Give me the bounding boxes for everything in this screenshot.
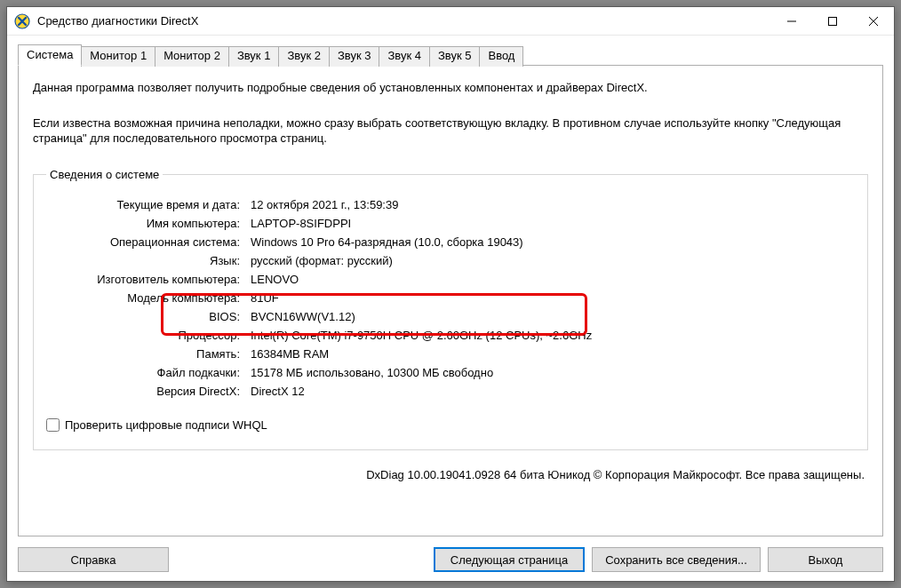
system-info-value: BVCN16WW(V1.12) <box>245 307 592 326</box>
system-info-label: Файл подкачки: <box>46 363 245 382</box>
system-info-row: Файл подкачки:15178 МБ использовано, 103… <box>46 363 592 382</box>
system-info-value: 15178 МБ использовано, 10300 МБ свободно <box>245 363 592 382</box>
system-info-value: русский (формат: русский) <box>245 251 592 270</box>
titlebar[interactable]: Средство диагностики DirectX <box>7 7 894 36</box>
tab-звук-1[interactable]: Звук 1 <box>228 46 280 67</box>
system-info-label: Память: <box>46 345 245 363</box>
intro-paragraph-1: Данная программа позволяет получить подр… <box>33 80 868 96</box>
system-info-row: Язык:русский (формат: русский) <box>46 251 592 270</box>
exit-button[interactable]: Выход <box>768 547 883 572</box>
svg-rect-2 <box>829 17 837 25</box>
system-info-row: Текущие время и дата:12 октября 2021 г.,… <box>46 195 592 214</box>
system-info-label: Изготовитель компьютера: <box>46 270 245 289</box>
tab-монитор-1[interactable]: Монитор 1 <box>81 46 155 67</box>
system-info-value: LENOVO <box>245 270 592 289</box>
system-info-row: Модель компьютера:81UF <box>46 289 592 307</box>
system-info-row: Операционная система:Windows 10 Pro 64-р… <box>46 233 592 251</box>
system-info-row: Имя компьютера:LAPTOP-8SIFDPPI <box>46 214 592 233</box>
system-info-label: Текущие время и дата: <box>46 195 245 214</box>
footer-copyright: DxDiag 10.00.19041.0928 64 бита Юникод ©… <box>33 468 868 481</box>
system-info-value: Intel(R) Core(TM) i7-9750H CPU @ 2.60GHz… <box>245 326 592 345</box>
maximize-button[interactable] <box>812 7 853 35</box>
system-info-table: Текущие время и дата:12 октября 2021 г.,… <box>46 195 592 401</box>
dxdiag-icon <box>14 13 30 29</box>
system-info-value: 81UF <box>245 289 592 307</box>
dxdiag-window: Средство диагностики DirectX СистемаМони… <box>6 6 895 582</box>
content-area: СистемаМонитор 1Монитор 2Звук 1Звук 2Зву… <box>7 36 894 542</box>
help-button[interactable]: Справка <box>18 547 169 572</box>
button-spacer <box>176 547 427 572</box>
intro-paragraph-2: Если известна возможная причина неполадк… <box>33 115 868 147</box>
tab-strip: СистемаМонитор 1Монитор 2Звук 1Звук 2Зву… <box>18 44 883 65</box>
system-info-value: DirectX 12 <box>245 382 592 401</box>
system-info-row: Версия DirectX:DirectX 12 <box>46 382 592 401</box>
tab-panel-system: Данная программа позволяет получить подр… <box>18 65 883 536</box>
system-info-label: BIOS: <box>46 307 245 326</box>
whql-checkbox-row: Проверить цифровые подписи WHQL <box>46 418 855 432</box>
tab-ввод[interactable]: Ввод <box>479 46 523 67</box>
window-title: Средство диагностики DirectX <box>37 14 771 28</box>
tab-звук-2[interactable]: Звук 2 <box>278 46 330 67</box>
tab-монитор-2[interactable]: Монитор 2 <box>155 46 229 67</box>
system-info-label: Язык: <box>46 251 245 270</box>
whql-checkbox[interactable] <box>46 418 60 432</box>
system-info-label: Процессор: <box>46 326 245 345</box>
system-info-group: Сведения о системе Текущие время и дата:… <box>33 168 868 450</box>
tab-звук-4[interactable]: Звук 4 <box>379 46 430 67</box>
system-info-row: Процессор:Intel(R) Core(TM) i7-9750H CPU… <box>46 326 592 345</box>
system-info-label: Версия DirectX: <box>46 382 245 401</box>
system-info-row: Память:16384MB RAM <box>46 345 592 363</box>
tab-звук-3[interactable]: Звук 3 <box>329 46 380 67</box>
tab-звук-5[interactable]: Звук 5 <box>429 46 481 67</box>
system-info-row: Изготовитель компьютера:LENOVO <box>46 270 592 289</box>
system-info-legend: Сведения о системе <box>46 168 163 181</box>
whql-checkbox-label[interactable]: Проверить цифровые подписи WHQL <box>65 418 267 432</box>
tab-система[interactable]: Система <box>18 44 82 66</box>
minimize-button[interactable] <box>771 7 812 35</box>
button-bar: Справка Следующая страница Сохранить все… <box>7 542 894 581</box>
system-info-label: Имя компьютера: <box>46 214 245 233</box>
system-info-value: 16384MB RAM <box>245 345 592 363</box>
system-info-value: 12 октября 2021 г., 13:59:39 <box>245 195 592 214</box>
system-info-label: Модель компьютера: <box>46 289 245 307</box>
window-controls <box>771 7 894 35</box>
system-info-value: Windows 10 Pro 64-разрядная (10.0, сборк… <box>245 233 592 251</box>
system-info-label: Операционная система: <box>46 233 245 251</box>
next-page-button[interactable]: Следующая страница <box>434 547 585 572</box>
save-all-button[interactable]: Сохранить все сведения... <box>592 547 761 572</box>
system-info-row: BIOS:BVCN16WW(V1.12) <box>46 307 592 326</box>
system-info-value: LAPTOP-8SIFDPPI <box>245 214 592 233</box>
close-button[interactable] <box>853 7 894 35</box>
